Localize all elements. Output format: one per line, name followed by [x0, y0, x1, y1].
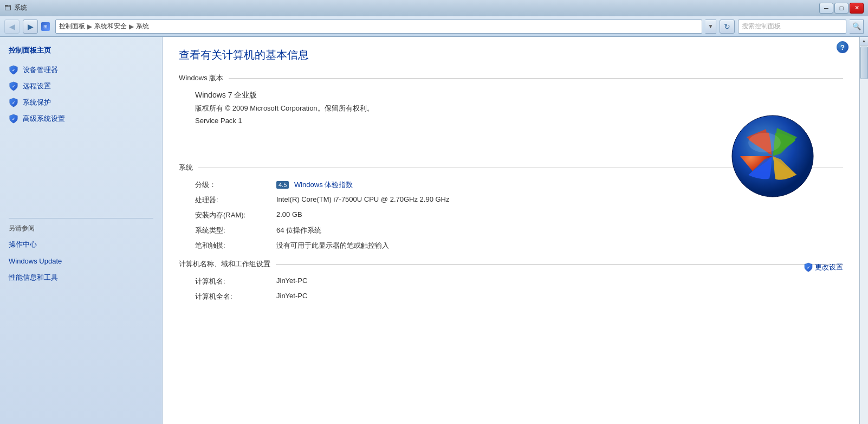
change-settings-link[interactable]: ✓ 更改设置: [804, 262, 843, 272]
sidebar-item-label-3: 系统保护: [23, 98, 51, 107]
sidebar-item-windows-update[interactable]: Windows Update: [9, 255, 153, 267]
maximize-button[interactable]: □: [834, 3, 848, 14]
sidebar: 控制面板主页 ✓ 设备管理器: [0, 37, 163, 424]
sidebar-item-label-2: 远程设置: [23, 81, 51, 91]
sidebar-also-label-3: 性能信息和工具: [9, 273, 58, 281]
back-button[interactable]: ◀: [4, 20, 20, 34]
computer-section-header: 计算机名称、域和工作组设置: [179, 259, 843, 269]
scrollbar-thumb[interactable]: [860, 47, 868, 79]
minimize-button[interactable]: ─: [819, 3, 833, 14]
section-divider-1: [229, 78, 843, 79]
rating-link[interactable]: Windows 体验指数: [294, 181, 353, 189]
sidebar-item-action-center[interactable]: 操作中心: [9, 237, 153, 252]
scrollbar-track: ▲: [859, 37, 868, 424]
ram-row: 安装内存(RAM): 2.00 GB: [195, 210, 843, 220]
windows-copyright: 版权所有 © 2009 Microsoft Corporation。保留所有权利…: [195, 104, 843, 113]
refresh-button[interactable]: ↻: [720, 20, 735, 34]
svg-text:✓: ✓: [12, 117, 15, 121]
shield-icon-settings: ✓: [804, 262, 813, 272]
sidebar-also-section: 另请参阅 操作中心 Windows Update 性能信息和工具: [0, 224, 162, 285]
windows-logo: [729, 113, 816, 200]
computer-name-label: 计算机名:: [195, 277, 276, 286]
search-button[interactable]: 🔍: [850, 20, 864, 34]
window-title: 系统: [14, 3, 27, 12]
breadcrumb-sep-2: ▶: [129, 23, 134, 30]
sidebar-main-link[interactable]: 控制面板主页: [9, 46, 153, 55]
address-bar[interactable]: 控制面板 ▶ 系统和安全 ▶ 系统: [55, 20, 702, 34]
shield-icon-4: ✓: [9, 114, 18, 124]
toolbar: ◀ ▶ ⊞ 控制面板 ▶ 系统和安全 ▶ 系统 ▼ ↻ 搜索控制面板 🔍: [0, 16, 868, 37]
rating-label: 分级：: [195, 180, 276, 190]
breadcrumb-part-1: 控制面板: [59, 22, 85, 31]
breadcrumb-part-3: 系统: [136, 22, 149, 31]
system-type-row: 系统类型: 64 位操作系统: [195, 226, 843, 235]
sidebar-item-remote[interactable]: ✓ 远程设置: [9, 79, 153, 93]
also-see-title: 另请参阅: [9, 224, 153, 233]
sidebar-item-advanced[interactable]: ✓ 高级系统设置: [9, 112, 153, 126]
sidebar-main-section: 控制面板主页 ✓ 设备管理器: [0, 46, 162, 126]
titlebar-left: 🗔 系统: [4, 3, 27, 12]
content-area: ? 查看有关计算机的基本信息 Windows 版本 Windows 7 企业版 …: [163, 37, 859, 424]
computer-name-row: 计算机名: JinYet-PC: [195, 277, 843, 286]
main-container: 控制面板主页 ✓ 设备管理器: [0, 37, 868, 424]
scrollbar-up-arrow[interactable]: ▲: [860, 37, 869, 46]
windows-version-section-header: Windows 版本: [179, 73, 843, 83]
svg-text:✓: ✓: [807, 266, 810, 269]
change-settings-label: 更改设置: [815, 262, 843, 272]
svg-text:✓: ✓: [12, 100, 15, 105]
window-icon: 🗔: [4, 4, 11, 12]
shield-icon-3: ✓: [9, 98, 18, 107]
titlebar: 🗔 系统 ─ □ ✕: [0, 0, 868, 16]
breadcrumb-part-2: 系统和安全: [94, 22, 127, 31]
sidebar-item-label-1: 设备管理器: [23, 65, 58, 75]
pen-touch-row: 笔和触摸: 没有可用于此显示器的笔或触控输入: [195, 241, 843, 250]
ram-label: 安装内存(RAM):: [195, 210, 276, 220]
pen-touch-label: 笔和触摸:: [195, 241, 276, 250]
sidebar-divider: [9, 218, 153, 219]
pen-touch-value: 没有可用于此显示器的笔或触控输入: [276, 241, 389, 250]
shield-icon-2: ✓: [9, 81, 18, 91]
sidebar-also-label-2: Windows Update: [9, 257, 62, 265]
close-button[interactable]: ✕: [850, 3, 864, 14]
sidebar-item-label-4: 高级系统设置: [23, 114, 65, 124]
svg-point-6: [748, 133, 781, 152]
svg-text:✓: ✓: [12, 68, 15, 73]
address-icon: ⊞: [41, 22, 50, 31]
windows-edition: Windows 7 企业版: [195, 91, 843, 100]
titlebar-controls: ─ □ ✕: [819, 3, 864, 14]
search-placeholder: 搜索控制面板: [742, 22, 781, 31]
computer-fullname-row: 计算机全名: JinYet-PC: [195, 292, 843, 301]
system-type-label: 系统类型:: [195, 226, 276, 235]
page-title: 查看有关计算机的基本信息: [179, 48, 843, 62]
score-badge: 4.5: [276, 181, 289, 189]
windows-version-label: Windows 版本: [179, 73, 223, 83]
computer-info-table: 计算机名: JinYet-PC 计算机全名: JinYet-PC: [179, 277, 843, 301]
breadcrumb-sep-1: ▶: [87, 23, 92, 30]
computer-name-value: JinYet-PC: [276, 277, 307, 285]
computer-fullname-label: 计算机全名:: [195, 292, 276, 301]
forward-button[interactable]: ▶: [23, 20, 38, 34]
help-icon[interactable]: ?: [837, 41, 848, 53]
processor-label: 处理器:: [195, 195, 276, 205]
computer-section-label: 计算机名称、域和工作组设置: [179, 259, 270, 269]
shield-icon-1: ✓: [9, 65, 18, 75]
search-input[interactable]: 搜索控制面板: [738, 20, 846, 34]
system-section-label: 系统: [179, 163, 193, 172]
sidebar-item-performance[interactable]: 性能信息和工具: [9, 271, 153, 285]
sidebar-item-device-manager[interactable]: ✓ 设备管理器: [9, 63, 153, 77]
section-divider-3: [276, 264, 843, 265]
rating-value: 4.5 Windows 体验指数: [276, 180, 353, 190]
address-dropdown-button[interactable]: ▼: [705, 20, 716, 34]
sidebar-item-protection[interactable]: ✓ 系统保护: [9, 95, 153, 110]
sidebar-also-label-1: 操作中心: [9, 240, 37, 248]
system-type-value: 64 位操作系统: [276, 226, 321, 235]
ram-value: 2.00 GB: [276, 210, 302, 219]
computer-fullname-value: JinYet-PC: [276, 292, 307, 300]
svg-text:✓: ✓: [12, 84, 15, 89]
processor-value: Intel(R) Core(TM) i7-7500U CPU @ 2.70GHz…: [276, 195, 450, 203]
